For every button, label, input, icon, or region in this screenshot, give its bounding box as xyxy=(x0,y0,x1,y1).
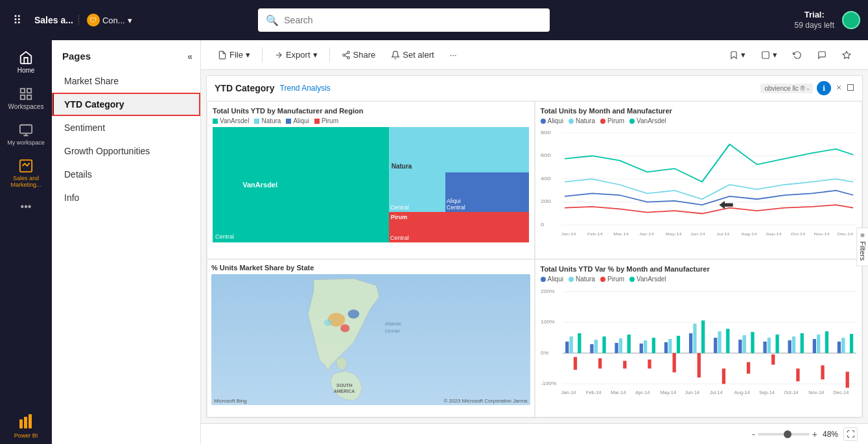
svg-text:0: 0 xyxy=(541,222,544,228)
home-icon xyxy=(19,51,33,65)
svg-rect-7 xyxy=(20,160,32,172)
star-icon xyxy=(842,51,851,60)
expand-button[interactable] xyxy=(847,84,854,93)
zoom-minus-button[interactable]: - xyxy=(752,429,755,439)
treemap-legend: VanArsdel Natura Aliqui xyxy=(213,117,529,124)
powerbi-label: Power BI xyxy=(14,432,38,439)
page-item-info[interactable]: Info xyxy=(52,186,200,209)
main-layout: Home Workspaces My workspace Sales and M… xyxy=(0,40,868,444)
org-label: Con... xyxy=(102,16,125,25)
report-header: YTD Category Trend Analysis obvience llc… xyxy=(207,76,862,101)
svg-text:200%: 200% xyxy=(541,288,555,294)
svg-rect-90 xyxy=(742,335,745,353)
line-chart-panel[interactable]: Total Units by Month and Manufacturer Al… xyxy=(535,101,863,259)
svg-rect-86 xyxy=(718,331,721,353)
close-report-button[interactable] xyxy=(835,84,843,93)
bar-chart-panel[interactable]: Total Units YTD Var % by Month and Manuf… xyxy=(535,259,863,417)
file-button[interactable]: File ▾ xyxy=(211,47,257,62)
svg-rect-91 xyxy=(746,362,749,374)
svg-rect-70 xyxy=(618,338,622,353)
svg-point-13 xyxy=(342,54,345,56)
svg-rect-95 xyxy=(771,355,775,365)
share-button[interactable]: Share xyxy=(335,47,382,62)
svg-rect-67 xyxy=(598,358,602,369)
filters-icon: ≡ xyxy=(859,233,867,237)
page-item-market-share[interactable]: Market Share xyxy=(52,69,200,93)
view-button[interactable]: ▾ xyxy=(755,47,784,62)
svg-rect-105 xyxy=(837,342,840,353)
set-alert-button[interactable]: Set alert xyxy=(384,47,440,62)
close-icon xyxy=(835,84,843,91)
page-item-ytd-category[interactable]: YTD Category xyxy=(52,93,200,116)
refresh-button[interactable] xyxy=(786,48,808,62)
fit-page-button[interactable]: ⛶ xyxy=(843,427,858,441)
powerbi-button[interactable]: Power BI xyxy=(14,413,38,439)
map-ocean: Atlantic Ocean SOUTH AMERICA Microsoft B… xyxy=(211,274,530,405)
report-title: YTD Category xyxy=(215,83,275,93)
svg-text:Jan-14: Jan-14 xyxy=(561,232,576,236)
line-chart-legend: Aliqui Natura Pirum xyxy=(541,117,857,124)
search-input[interactable] xyxy=(284,15,542,25)
refresh-icon xyxy=(793,51,802,60)
search-icon: 🔍 xyxy=(266,14,279,27)
svg-rect-89 xyxy=(738,340,742,353)
pages-collapse-button[interactable]: « xyxy=(187,51,193,62)
zoom-slider-thumb[interactable] xyxy=(784,430,792,438)
bar-chart-legend: Aliqui Natura Pirum xyxy=(541,275,857,283)
search-bar[interactable]: 🔍 xyxy=(258,8,550,32)
zoom-plus-button[interactable]: + xyxy=(812,429,817,439)
svg-rect-61 xyxy=(565,342,569,353)
treemap-panel[interactable]: Total Units YTD by Manufacturer and Regi… xyxy=(207,101,535,259)
more-options-button[interactable]: ··· xyxy=(443,47,463,62)
org-selector[interactable]: 🛡 Con... ▾ xyxy=(87,14,132,27)
pages-header: Pages « xyxy=(52,48,200,69)
zoom-slider[interactable] xyxy=(758,433,810,436)
svg-text:100%: 100% xyxy=(541,320,555,325)
separator-2 xyxy=(329,47,330,63)
treemap-title: Total Units YTD by Manufacturer and Regi… xyxy=(213,107,529,115)
legend-vanarsdel-color xyxy=(213,119,218,124)
bottom-bar: - + 48% ⛶ xyxy=(201,423,868,444)
expand-icon xyxy=(847,84,854,91)
sidebar-item-workspaces[interactable]: Workspaces xyxy=(3,82,49,115)
svg-text:Dec-14: Dec-14 xyxy=(833,390,849,395)
svg-rect-96 xyxy=(775,334,779,353)
svg-rect-10 xyxy=(29,414,32,428)
bar-chart-title: Total Units YTD Var % by Month and Manuf… xyxy=(541,265,857,273)
sidebar-item-sales[interactable]: Sales and Marketing... xyxy=(3,154,49,193)
svg-rect-63 xyxy=(573,357,576,370)
svg-line-16 xyxy=(345,53,347,54)
svg-text:-100%: -100% xyxy=(541,381,556,387)
bookmark-button[interactable]: ▾ xyxy=(723,47,752,62)
treemap-pirum: Pirum Central xyxy=(389,212,529,242)
legend-vanarsdel: VanArsdel xyxy=(213,117,249,124)
sidebar-item-home[interactable]: Home xyxy=(3,45,49,79)
trial-badge: Trial: 59 days left xyxy=(795,10,834,30)
page-item-details[interactable]: Details xyxy=(52,163,200,186)
legend-aliqui: Aliqui xyxy=(286,117,309,124)
bookmark-icon xyxy=(729,51,738,60)
export-button[interactable]: Export ▾ xyxy=(268,47,324,62)
apps-icon[interactable]: ⠿ xyxy=(8,8,27,32)
sidebar-item-more[interactable]: ••• xyxy=(3,196,49,218)
svg-rect-81 xyxy=(688,333,692,353)
map-panel[interactable]: % Units Market Share by State xyxy=(207,259,535,417)
info-button[interactable]: ℹ xyxy=(817,81,831,95)
svg-rect-100 xyxy=(800,333,803,353)
svg-rect-76 xyxy=(651,338,655,353)
svg-rect-68 xyxy=(602,336,605,353)
svg-text:AMERICA: AMERICA xyxy=(334,389,355,393)
favorite-button[interactable] xyxy=(836,48,858,62)
svg-rect-103 xyxy=(821,366,824,380)
svg-rect-4 xyxy=(20,125,32,134)
user-avatar[interactable] xyxy=(842,11,860,29)
svg-rect-82 xyxy=(693,323,696,353)
comment-button[interactable] xyxy=(811,48,833,62)
filters-tab[interactable]: ≡ Filters xyxy=(856,227,868,266)
trial-label: Trial: xyxy=(795,10,834,21)
page-item-growth-opportunities[interactable]: Growth Opportunities xyxy=(52,139,200,163)
sidebar-item-my-workspace[interactable]: My workspace xyxy=(3,118,49,151)
svg-text:Dec-14: Dec-14 xyxy=(837,232,852,236)
page-item-sentiment[interactable]: Sentiment xyxy=(52,116,200,139)
line-chart-visual: 800 600 400 200 0 xyxy=(541,127,857,242)
